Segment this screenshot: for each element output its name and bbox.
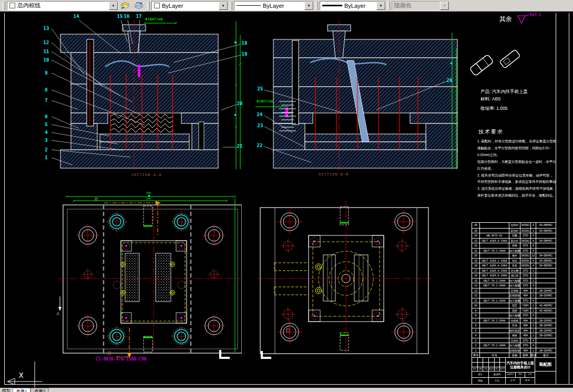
dim-text-a-top: Φ16H7/m6 [145, 17, 163, 22]
drawing-title-line2: 注塑模具设计 [510, 365, 530, 369]
parts-table-row: 23GB/T 4169.8-1984复位杆SKD61454~58HRC [472, 238, 556, 243]
parts-table-row: 17GB/T 4169.4-2000定位圈STD1 [472, 268, 556, 273]
tb-sheet-no: 第 张 [520, 378, 535, 384]
balloon-19: 19 [242, 51, 248, 57]
drawing-canvas[interactable]: 13 12 11 10 9 8 7 6 5 4 3 2 1 14 15 16 1… [0, 12, 573, 388]
color-combo-value: ByLayer [162, 3, 183, 9]
title-block: 标记 处数 分区 更改文件号 签名 年月日 设计 标准化 审核 工艺 汽车内扶手… [472, 357, 556, 385]
balloon-6: 6 [45, 114, 47, 119]
toolbar-grip[interactable] [230, 2, 232, 10]
tb-process: 工艺 [489, 378, 505, 384]
tb-stage: 阶段标记 [506, 373, 516, 377]
dim-text-c-top-1: 280 [146, 191, 151, 194]
lineweight-combo-value: ByLayer [344, 3, 365, 9]
corner-bracket-icon [219, 350, 230, 359]
parts-table-row: 26拉料杆SKD61454~58HRC [472, 223, 556, 228]
tb-weight: 质量 [516, 373, 526, 377]
layer-state-icon [9, 3, 15, 8]
tb-date: 年月日 [500, 367, 505, 371]
toolbar-grip[interactable] [315, 2, 318, 10]
product-shrinkage-line: 收缩率: 1.005 [480, 106, 508, 112]
chevron-down-icon: ▼ [440, 2, 449, 10]
balloon-10: 10 [44, 57, 49, 63]
parts-table-row: 2GB/T 70.1-2000内六角螺钉STD4 [472, 343, 556, 348]
balloon-5: 5 [45, 122, 47, 127]
layers-back-icon [134, 2, 144, 10]
balloon-23: 23 [258, 123, 263, 128]
layers-icon [120, 2, 130, 10]
color-combo[interactable]: ByLayer ▼ [151, 1, 228, 11]
balloon-2: 2 [45, 147, 47, 152]
toolbar-grip[interactable] [3, 2, 5, 10]
linetype-combo[interactable]: ByLayer ▼ [234, 1, 314, 11]
plotstyle-combo: 随颜色 ▼ [392, 1, 449, 11]
balloon-17: 17 [136, 14, 142, 19]
chevron-down-icon[interactable]: ▼ [304, 2, 313, 10]
roughness-symbol-icon [517, 15, 530, 25]
balloon-7: 7 [45, 98, 47, 103]
balloon-24: 24 [257, 112, 263, 117]
tech-requirement-line: 红丹检查。 [477, 166, 556, 172]
tb-count: 处数 [478, 367, 484, 371]
section-marker-b-bottom: B [108, 350, 111, 356]
ucs-x-label: X [19, 371, 24, 379]
balloon-14: 14 [74, 14, 79, 19]
tb-check: 审核 [472, 378, 489, 384]
tb-zone: 分区 [483, 367, 489, 371]
parts-table-row: 24HB 4575-92垫圈STD4 [472, 233, 556, 238]
linetype-sample-icon [237, 5, 261, 6]
balloon-26: 26 [447, 78, 453, 83]
parts-table-row: 1动模座板45#128~32HRC [472, 348, 556, 353]
section-marker-a: A [56, 311, 60, 316]
parts-table-row: 14GB/T 70.1-2000内六角螺钉STD4 [472, 283, 556, 288]
balloon-16: 16 [124, 14, 130, 19]
tech-requirement-line: 组装分型面时，当垂直分型面贴合在一起时，水平分型面须涂 [477, 159, 556, 166]
parts-table-row: 6垫块45#228~32HRC [472, 323, 556, 328]
parts-table-row: 11GB/T 70.1-2000内六角螺钉STD4 [472, 298, 556, 303]
balloon-9: 9 [45, 70, 47, 76]
tech-requirement-line: 推杆复位要求灵活准确到位，如不符合，修配到位。 [477, 192, 556, 199]
surface-roughness-value: Ra3.2 [530, 13, 541, 17]
parts-table-row: 21GB/T 70.1-2000内六角螺钉STD4 [472, 248, 556, 253]
balloon-8: 8 [45, 87, 47, 92]
section-a-label: SECTION A—A [131, 173, 161, 177]
tb-mark: 标记 [472, 367, 478, 371]
tech-requirements-text: 1. 装配时，对各分型面进行研配，应保证垂直分型面接触贴合，水平分型面间留有间隙… [477, 138, 556, 199]
tb-total-sheets: 共 张 [506, 378, 520, 384]
parts-table-row: 12定模座板45#128~32HRC [472, 293, 556, 298]
balloon-22: 22 [257, 143, 263, 148]
tab-model[interactable]: 模型 [0, 388, 13, 392]
tech-requirements-title: 技术要求 [478, 128, 504, 136]
dim-text-b-left: Φ10H7/m6 [257, 99, 273, 104]
color-swatch-icon [154, 3, 160, 8]
parts-table: 26拉料杆SKD61454~58HRC25斜顶杆SKD61154~58HRC24… [472, 222, 556, 358]
tech-requirement-line: 不得有歪斜和卡滞现象，要求固定零件不得相对窜动。 [477, 179, 556, 185]
section-cut-marks [58, 201, 161, 358]
chevron-down-icon[interactable]: ▼ [219, 2, 228, 10]
parts-table-row: 8内六角螺钉STD4 [472, 313, 556, 318]
properties-toolbar: 总内框线 ▼ ByLayer ▼ ByLayer ▼ ByLayer ▼ [0, 0, 573, 12]
chevron-down-icon[interactable]: ▼ [376, 2, 385, 10]
parts-table-row: 7GB/T 70.1-2000动模板45#128~32HRC [472, 318, 556, 323]
parts-table-row: 19GB/T 4169.1-1984导柱SKD61454~58HRC [472, 258, 556, 263]
layer-combo-value: 总内框线 [17, 2, 40, 9]
layer-combo[interactable]: 总内框线 ▼ [7, 1, 118, 11]
lineweight-combo[interactable]: ByLayer ▼ [320, 1, 386, 11]
tb-scale: 比例 [525, 373, 535, 377]
layout-tab-bar: 模型 布局1 布局2 [0, 388, 573, 392]
title-block-revision-grid: 标记 处数 分区 更改文件号 签名 年月日 设计 标准化 审核 工艺 [472, 358, 506, 384]
toolbar-grip[interactable] [387, 2, 390, 10]
make-object-layer-current-button[interactable] [118, 0, 132, 12]
chevron-down-icon[interactable]: ▼ [109, 2, 118, 10]
layer-previous-button[interactable] [132, 0, 146, 12]
tab-layout1[interactable]: 布局1 [13, 388, 30, 392]
parts-table-row: 20推杆SKD611254~58HRC [472, 253, 556, 258]
tech-requirement-line: 1. 装配时，对各分型面进行研配，应保证垂直分型面 [477, 138, 556, 145]
section-marker-b-top: B [95, 197, 98, 202]
tab-layout2[interactable]: 布局2 [30, 388, 48, 392]
parts-table-row: 15GB/T 70.1-2000内六角螺钉STD2 [472, 278, 556, 283]
balloon-25: 25 [258, 86, 263, 91]
parts-table-row: 5推杆固定板45#128~32HRC [472, 328, 556, 333]
linetype-combo-value: ByLayer [263, 3, 284, 9]
toolbar-grip[interactable] [147, 2, 150, 10]
